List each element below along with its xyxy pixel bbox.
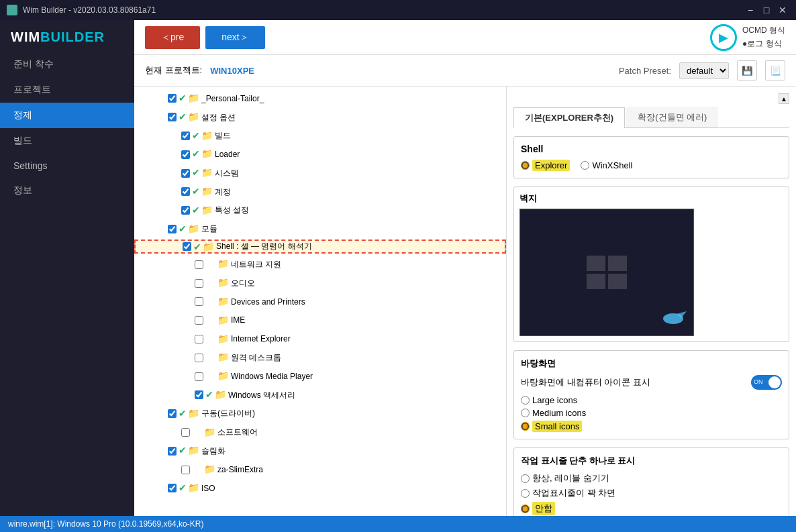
tree-item-slim-extra[interactable]: 📁 za-SlimExtra bbox=[134, 460, 506, 479]
taskbar-full-option[interactable]: 작업표시줄이 꽉 차면 bbox=[521, 487, 782, 499]
close-button[interactable]: ✕ bbox=[776, 3, 789, 17]
shell-winxshell-option[interactable]: WinXShell bbox=[581, 160, 632, 170]
tree-item-account[interactable]: ✔ 📁 계정 bbox=[134, 182, 506, 201]
wallpaper-windows-logo bbox=[587, 256, 627, 289]
sidebar-item-project[interactable]: 프로젝트 bbox=[0, 77, 134, 103]
tree-item-audio[interactable]: 📁 오디오 bbox=[134, 274, 506, 292]
tree-item-wmp[interactable]: 📁 Windows Media Player bbox=[134, 367, 506, 386]
tree-item-ie[interactable]: 📁 Internet Explorer bbox=[134, 330, 506, 349]
right-panel: ▲ 기본(EXPLORER추천) 확장(건들면 에러) Shell Explor… bbox=[507, 87, 796, 516]
patch-select[interactable]: default bbox=[679, 62, 729, 79]
toggle-label: ON bbox=[754, 378, 763, 385]
desktop-desc: 바탕화면에 내컴퓨터 아이콘 표시 bbox=[521, 376, 650, 388]
tab-extended[interactable]: 확장(건들면 에러) bbox=[626, 107, 718, 127]
app-icon bbox=[7, 5, 17, 15]
tree-item-ime[interactable]: 📁 IME bbox=[134, 311, 506, 330]
tree-item-properties[interactable]: ✔ 📁 특성 설정 bbox=[134, 201, 506, 220]
tree-item-modules[interactable]: ✔ 📁 모듈 bbox=[134, 220, 506, 239]
content-area: 현재 프로젝트: WIN10XPE Patch Preset: default … bbox=[134, 55, 796, 516]
svg-rect-2 bbox=[587, 274, 605, 289]
wallpaper-preview[interactable] bbox=[519, 209, 694, 336]
sidebar: WIMBUILDER 준비 착수 프로젝트 정제 빌드 Settings 정보 bbox=[0, 20, 134, 532]
explorer-label: Explorer bbox=[532, 160, 570, 171]
tree-item-network[interactable]: 📁 네트워크 지원 bbox=[134, 255, 506, 274]
pre-button[interactable]: ＜pre bbox=[145, 26, 200, 49]
wmp-label: Windows Media Player bbox=[231, 370, 313, 383]
next-button[interactable]: next＞ bbox=[205, 26, 264, 49]
app-logo: WIMBUILDER bbox=[0, 20, 134, 52]
small-icons-option[interactable]: Small icons bbox=[521, 421, 782, 432]
ocmd-text: OCMD 형식 ●로그 형식 bbox=[742, 24, 785, 50]
sidebar-item-build[interactable]: 빌드 bbox=[0, 128, 134, 154]
minimize-button[interactable]: − bbox=[744, 3, 757, 17]
project-name: WIN10XPE bbox=[210, 66, 254, 76]
tree-item-slim[interactable]: ✔ 📁 슬림화 bbox=[134, 441, 506, 460]
tab-basic[interactable]: 기본(EXPLORER추천) bbox=[513, 107, 625, 128]
tree-item-system[interactable]: ✔ 📁 시스템 bbox=[134, 164, 506, 182]
icon-size-options: Large icons Medium icons Small icons bbox=[521, 395, 782, 432]
wallpaper-decoration bbox=[653, 309, 687, 329]
tree-item-drivers[interactable]: ✔ 📁 구동(드라이버) bbox=[134, 405, 506, 423]
shell-explorer-option[interactable]: Explorer bbox=[521, 160, 570, 171]
tree-item-build[interactable]: ✔ 📁 빌드 bbox=[134, 127, 506, 146]
winxshell-label: WinXShell bbox=[592, 160, 632, 170]
svg-rect-1 bbox=[608, 256, 627, 271]
tree-item-loader[interactable]: ✔ 📁 Loader bbox=[134, 145, 506, 164]
tree-item-personal[interactable]: ✔ 📁 _Personal-Tailor_ bbox=[134, 89, 506, 108]
taskbar-title: 작업 표시줄 단추 하나로 표시 bbox=[521, 455, 782, 467]
taskbar-section: 작업 표시줄 단추 하나로 표시 항상, 레이블 숨기기 작업표시줄이 꽉 차면… bbox=[513, 447, 789, 516]
tree-panel: ✔ 📁 _Personal-Tailor_ ✔ 📁 설정 옵션 ✔ 📁 빌드 ✔… bbox=[134, 87, 507, 516]
taskbar-always-option[interactable]: 항상, 레이블 숨기기 bbox=[521, 472, 782, 484]
scroll-up-button[interactable]: ▲ bbox=[779, 93, 789, 104]
window-title: Wim Builder - v2020.03.03.80861a71 bbox=[23, 5, 156, 15]
sidebar-item-prepare[interactable]: 준비 착수 bbox=[0, 52, 134, 77]
save-button[interactable]: 💾 bbox=[737, 60, 757, 81]
patch-label: Patch Preset: bbox=[619, 66, 671, 76]
wallpaper-title: 벽지 bbox=[519, 193, 783, 205]
svg-rect-0 bbox=[587, 256, 605, 271]
desktop-section: 바탕화면 바탕화면에 내컴퓨터 아이콘 표시 ON Large icons bbox=[513, 350, 789, 439]
project-bar: 현재 프로젝트: WIN10XPE Patch Preset: default … bbox=[134, 55, 796, 87]
tree-item-accessories[interactable]: ✔ 📁 Windows 액세서리 bbox=[134, 386, 506, 405]
status-text: winre.wim[1]: Windows 10 Pro (10.0.19569… bbox=[8, 519, 203, 529]
main-split: ✔ 📁 _Personal-Tailor_ ✔ 📁 설정 옵션 ✔ 📁 빌드 ✔… bbox=[134, 87, 796, 516]
tree-item-shell-label: Shell : 셸 — 명령어 해석기 bbox=[216, 241, 312, 252]
taskbar-options: 항상, 레이블 숨기기 작업표시줄이 꽉 차면 안함 bbox=[521, 472, 782, 515]
desktop-section-title: 바탕화면 bbox=[521, 358, 556, 370]
shell-title: Shell bbox=[521, 144, 782, 154]
tree-item-devices-printers[interactable]: 📁 Devices and Printers bbox=[134, 292, 506, 311]
export-button[interactable]: 📃 bbox=[765, 60, 785, 81]
large-icons-option[interactable]: Large icons bbox=[521, 395, 782, 405]
maximize-button[interactable]: □ bbox=[760, 3, 773, 17]
project-label: 현재 프로젝트: bbox=[145, 64, 202, 76]
svg-rect-3 bbox=[608, 274, 627, 289]
shell-section: Shell Explorer WinXShell bbox=[513, 136, 789, 178]
tree-item-iso[interactable]: ✔ 📁 ISO bbox=[134, 479, 506, 498]
tree-item-software[interactable]: 📁 소프트웨어 bbox=[134, 423, 506, 442]
desktop-toggle[interactable]: ON bbox=[751, 375, 782, 390]
tree-item-rdp[interactable]: 📁 원격 데스크톱 bbox=[134, 348, 506, 367]
title-bar: Wim Builder - v2020.03.03.80861a71 − □ ✕ bbox=[0, 0, 796, 20]
tab-bar: 기본(EXPLORER추천) 확장(건들면 에러) bbox=[513, 107, 789, 128]
medium-icons-option[interactable]: Medium icons bbox=[521, 408, 782, 418]
tree-item-shell[interactable]: ✔ 📁 Shell : 셸 — 명령어 해석기 bbox=[134, 240, 506, 254]
status-bar: winre.wim[1]: Windows 10 Pro (10.0.19569… bbox=[0, 516, 796, 532]
taskbar-never-option[interactable]: 안함 bbox=[521, 502, 782, 515]
tree-item-settings-option[interactable]: ✔ 📁 설정 옵션 bbox=[134, 108, 506, 127]
toolbar: ＜pre next＞ ▶ OCMD 형식 ●로그 형식 bbox=[134, 20, 796, 55]
sidebar-item-refine[interactable]: 정제 bbox=[0, 103, 134, 128]
sidebar-item-settings[interactable]: Settings bbox=[0, 154, 134, 178]
ocmd-icon: ▶ bbox=[710, 24, 737, 51]
shell-radio-group: Explorer WinXShell bbox=[521, 160, 782, 171]
wallpaper-section: 벽지 bbox=[513, 187, 789, 342]
sidebar-item-info[interactable]: 정보 bbox=[0, 178, 134, 203]
devices-printers-label: Devices and Printers bbox=[231, 295, 305, 309]
window-controls: − □ ✕ bbox=[744, 3, 789, 17]
